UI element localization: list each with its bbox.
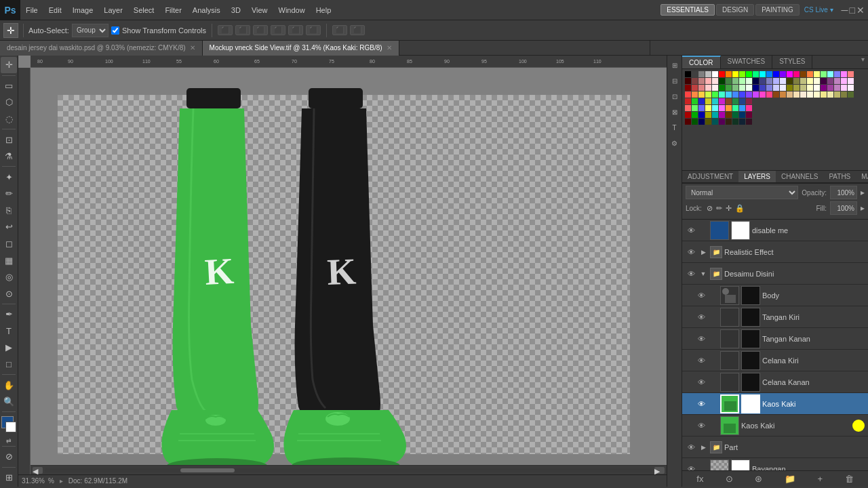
color-swatch[interactable] — [787, 85, 793, 91]
color-swatch[interactable] — [807, 71, 813, 77]
zoom-tool[interactable]: 🔍 — [1, 394, 17, 410]
color-swatch[interactable] — [732, 85, 738, 91]
color-swatch[interactable] — [726, 71, 732, 77]
swatch[interactable] — [719, 98, 725, 104]
workspace-essentials[interactable]: ESSENTIALS — [660, 4, 715, 16]
swatch[interactable] — [712, 105, 718, 111]
show-transform-checkbox[interactable] — [111, 26, 119, 35]
layer-vis-disable-me[interactable]: 👁 — [686, 225, 696, 236]
color-swatch[interactable] — [712, 71, 718, 77]
layer-vis-part[interactable]: 👁 — [686, 442, 696, 453]
tab-masks[interactable]: MASKS — [856, 171, 868, 182]
color-swatch[interactable] — [773, 92, 779, 98]
color-swatch[interactable] — [814, 85, 820, 91]
color-swatch[interactable] — [753, 85, 759, 91]
layer-item-realistic-effect[interactable]: 👁 ▶ 📁 Realistic Effect — [682, 241, 868, 263]
color-swatch[interactable] — [787, 78, 793, 84]
background-color[interactable] — [5, 422, 16, 432]
swatch[interactable] — [692, 105, 698, 111]
right-mini-btn1[interactable]: ⊞ — [669, 59, 681, 71]
swatch[interactable] — [712, 119, 718, 125]
lock-all-btn[interactable]: 🔒 — [735, 204, 745, 213]
menu-window[interactable]: Window — [273, 0, 311, 20]
layer-vis-tangan-kiri[interactable]: 👁 — [696, 312, 707, 323]
color-swatch[interactable] — [705, 71, 711, 77]
tab-2-close[interactable]: ✕ — [387, 44, 392, 52]
swatch[interactable] — [685, 105, 691, 111]
swatch[interactable] — [739, 98, 745, 104]
color-swatch[interactable] — [739, 78, 745, 84]
color-swatch[interactable] — [827, 85, 833, 91]
history-brush[interactable]: ↩ — [1, 219, 17, 235]
lock-paint-btn[interactable]: ✏ — [716, 204, 722, 213]
swatch[interactable] — [698, 112, 705, 118]
h-scroll-right[interactable]: ▶ — [654, 467, 665, 474]
layer-vis-body[interactable]: 👁 — [696, 290, 707, 301]
color-swatch[interactable] — [746, 92, 752, 98]
color-swatch[interactable] — [807, 85, 813, 91]
color-swatch[interactable] — [793, 85, 800, 91]
align-left-btn[interactable]: ⬛ — [218, 25, 233, 35]
swatch[interactable] — [746, 98, 752, 104]
color-swatch[interactable] — [719, 85, 725, 91]
color-swatch[interactable] — [793, 78, 800, 84]
swatch[interactable] — [732, 112, 738, 118]
color-swatch[interactable] — [848, 71, 854, 77]
align-bottom-btn[interactable]: ⬛ — [306, 25, 321, 35]
swatch[interactable] — [712, 98, 718, 104]
swatch[interactable] — [746, 119, 752, 125]
right-mini-btn3[interactable]: ⊡ — [669, 90, 681, 102]
color-swatch[interactable] — [807, 92, 813, 98]
text-tool[interactable]: T — [1, 323, 17, 340]
color-swatch[interactable] — [848, 92, 854, 98]
tab-1-close[interactable]: ✕ — [190, 44, 195, 52]
swatch[interactable] — [719, 119, 725, 125]
color-swatch[interactable] — [732, 78, 738, 84]
lock-move-btn[interactable]: ✛ — [726, 204, 732, 213]
menu-image[interactable]: Image — [67, 0, 99, 20]
tab-2[interactable]: Mockup vneck Side View.tif @ 31.4% (Kaos… — [203, 41, 399, 56]
pen-tool[interactable]: ✒ — [1, 306, 17, 323]
color-swatch[interactable] — [746, 78, 752, 84]
layer-item-body[interactable]: 👁 Body — [682, 285, 868, 306]
menu-help[interactable]: Help — [311, 0, 337, 20]
color-swatch[interactable] — [848, 78, 854, 84]
color-swatch[interactable] — [766, 78, 772, 84]
workspace-painting[interactable]: PAINTING — [755, 4, 799, 16]
menu-file[interactable]: File — [20, 0, 43, 20]
color-swatch[interactable] — [800, 92, 806, 98]
swatch[interactable] — [705, 119, 711, 125]
screen-mode-btn[interactable]: ⊞ — [1, 469, 17, 485]
color-swatch[interactable] — [814, 78, 820, 84]
align-top-btn[interactable]: ⬛ — [271, 25, 285, 35]
layer-expand-realistic-effect[interactable]: ▶ — [698, 247, 708, 257]
crop-tool[interactable]: ⊡ — [1, 131, 17, 148]
swatch[interactable] — [739, 119, 745, 125]
color-swatch[interactable] — [692, 78, 698, 84]
color-swatch[interactable] — [712, 78, 718, 84]
color-swatch[interactable] — [753, 92, 759, 98]
color-swatch[interactable] — [766, 71, 772, 77]
layer-item-celana-kanan[interactable]: 👁 Celana Kanan — [682, 371, 868, 393]
opacity-arrow[interactable]: ▸ — [861, 188, 865, 197]
layer-group-btn[interactable]: 📁 — [782, 472, 798, 485]
color-swatch[interactable] — [793, 92, 800, 98]
tab-layers[interactable]: LAYERS — [738, 171, 776, 182]
align-right-btn[interactable]: ⬛ — [253, 25, 268, 35]
color-swatch[interactable] — [685, 71, 691, 77]
color-swatch[interactable] — [719, 92, 725, 98]
color-swatch[interactable] — [841, 78, 847, 84]
menu-view[interactable]: View — [246, 0, 273, 20]
color-swatch[interactable] — [712, 85, 718, 91]
eraser-tool[interactable]: ◻ — [1, 236, 17, 252]
menu-analysis[interactable]: Analysis — [187, 0, 226, 20]
layer-item-kaos-kaki2[interactable]: 👁 Kaos Kaki — [682, 415, 868, 436]
blur-tool[interactable]: ◎ — [1, 269, 17, 285]
layer-vis-celana-kanan[interactable]: 👁 — [696, 377, 707, 388]
align-middle-btn[interactable]: ⬛ — [288, 25, 303, 35]
swatch[interactable] — [726, 119, 732, 125]
right-mini-btn2[interactable]: ⊟ — [669, 75, 681, 87]
color-swatch[interactable] — [766, 92, 772, 98]
quick-select-tool[interactable]: ◌ — [1, 111, 17, 127]
right-mini-btn4[interactable]: ⊠ — [669, 106, 681, 118]
